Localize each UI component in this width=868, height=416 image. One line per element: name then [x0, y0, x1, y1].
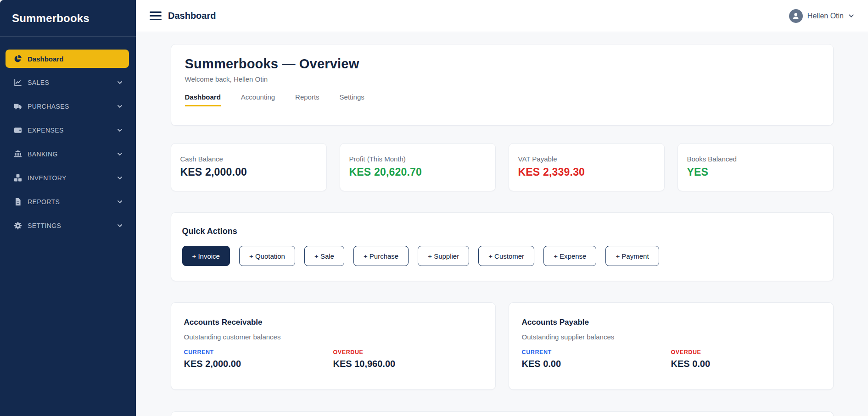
- accounts-receivable-card: Accounts Receivable Outstanding customer…: [171, 302, 496, 390]
- chevron-down-icon: [117, 223, 123, 228]
- current-value: KES 0.00: [522, 359, 671, 369]
- current-label: CURRENT: [522, 349, 671, 355]
- accounts-payable-title: Accounts Payable: [522, 318, 820, 327]
- kpi-label: Cash Balance: [180, 155, 317, 163]
- page-subtitle: Welcome back, Hellen Otin: [185, 75, 819, 83]
- quick-actions-card: Quick Actions + Invoice + Quotation + Sa…: [171, 212, 834, 281]
- overdue-value: KES 10,960.00: [333, 359, 482, 369]
- kpi-card-profit: Profit (This Month) KES 20,620.70: [340, 143, 496, 191]
- sidebar-item-purchases[interactable]: PURCHASES: [6, 97, 129, 116]
- sidebar-item-expenses[interactable]: EXPENSES: [6, 121, 129, 139]
- main-content: Summerbooks — Overview Welcome back, Hel…: [136, 32, 868, 416]
- sidebar-item-label: INVENTORY: [28, 174, 117, 182]
- topbar: Dashboard Hellen Otin: [136, 0, 868, 32]
- payable-overdue: OVERDUE KES 0.00: [671, 349, 820, 369]
- sidebar-item-label: EXPENSES: [28, 127, 117, 134]
- sidebar-item-label: PURCHASES: [28, 103, 117, 110]
- sidebar-item-label: REPORTS: [28, 198, 117, 205]
- overdue-label: OVERDUE: [671, 349, 820, 355]
- chart-line-icon: [14, 78, 22, 87]
- kpi-card-books-balanced: Books Balanced YES: [678, 143, 834, 191]
- sidebar-item-sales[interactable]: SALES: [6, 73, 129, 92]
- app-logo: Summerbooks: [12, 12, 90, 25]
- chevron-down-icon: [848, 13, 854, 19]
- chevron-down-icon: [117, 175, 123, 181]
- kpi-value: KES 2,000.00: [180, 166, 317, 178]
- kpi-label: VAT Payable: [518, 155, 655, 163]
- accounts-payable-subtitle: Outstanding supplier balances: [522, 333, 820, 341]
- chevron-down-icon: [117, 151, 123, 157]
- user-menu[interactable]: Hellen Otin: [789, 9, 854, 23]
- truck-icon: [14, 102, 22, 111]
- current-label: CURRENT: [184, 349, 333, 355]
- accounts-row: Accounts Receivable Outstanding customer…: [171, 302, 834, 390]
- file-icon: [14, 198, 22, 206]
- overview-header-card: Summerbooks — Overview Welcome back, Hel…: [171, 44, 834, 126]
- overdue-value: KES 0.00: [671, 359, 820, 369]
- kpi-card-vat-payable: VAT Payable KES 2,339.30: [509, 143, 665, 191]
- kpi-label: Books Balanced: [687, 155, 824, 163]
- new-supplier-button[interactable]: + Supplier: [418, 246, 469, 266]
- overdue-label: OVERDUE: [333, 349, 482, 355]
- page-title: Summerbooks — Overview: [185, 56, 819, 72]
- new-expense-button[interactable]: + Expense: [543, 246, 596, 266]
- sidebar: Summerbooks Dashboard SALES PURCHASES: [0, 0, 136, 416]
- chevron-down-icon: [117, 128, 123, 133]
- new-purchase-button[interactable]: + Purchase: [353, 246, 409, 266]
- kpi-value: YES: [687, 166, 824, 178]
- hamburger-menu-icon[interactable]: [150, 11, 162, 20]
- chevron-down-icon: [117, 199, 123, 205]
- kpi-label: Profit (This Month): [349, 155, 486, 163]
- tab-bar: Dashboard Accounting Reports Settings: [185, 93, 819, 106]
- sidebar-item-label: SALES: [28, 79, 117, 86]
- new-quotation-button[interactable]: + Quotation: [239, 246, 295, 266]
- pie-chart-icon: [14, 55, 22, 63]
- tab-settings[interactable]: Settings: [340, 93, 364, 106]
- sidebar-item-label: SETTINGS: [28, 222, 117, 229]
- sidebar-item-reports[interactable]: REPORTS: [6, 193, 129, 211]
- wallet-icon: [14, 126, 22, 134]
- quick-actions-buttons: + Invoice + Quotation + Sale + Purchase …: [182, 246, 822, 266]
- tab-accounting[interactable]: Accounting: [241, 93, 275, 106]
- chevron-down-icon: [117, 104, 123, 109]
- accounts-receivable-subtitle: Outstanding customer balances: [184, 333, 482, 341]
- kpi-row: Cash Balance KES 2,000.00 Profit (This M…: [171, 143, 834, 191]
- app-logo-wrap: Summerbooks: [0, 0, 136, 37]
- topbar-title: Dashboard: [168, 11, 216, 21]
- sidebar-item-label: Dashboard: [28, 55, 123, 63]
- sidebar-item-label: BANKING: [28, 150, 117, 158]
- gear-icon: [14, 222, 22, 230]
- avatar: [789, 9, 803, 23]
- sidebar-item-inventory[interactable]: INVENTORY: [6, 169, 129, 187]
- sidebar-item-dashboard[interactable]: Dashboard: [6, 50, 129, 68]
- chevron-down-icon: [117, 80, 123, 85]
- sidebar-nav: Dashboard SALES PURCHASES EXPENSES: [0, 37, 136, 235]
- kpi-value: KES 2,339.30: [518, 166, 655, 178]
- tab-dashboard[interactable]: Dashboard: [185, 93, 221, 106]
- quick-actions-title: Quick Actions: [182, 227, 822, 236]
- kpi-card-cash-balance: Cash Balance KES 2,000.00: [171, 143, 327, 191]
- receivable-overdue: OVERDUE KES 10,960.00: [333, 349, 482, 369]
- sidebar-item-settings[interactable]: SETTINGS: [6, 216, 129, 235]
- kpi-value: KES 20,620.70: [349, 166, 486, 178]
- receivable-current: CURRENT KES 2,000.00: [184, 349, 333, 369]
- payable-current: CURRENT KES 0.00: [522, 349, 671, 369]
- bank-icon: [14, 150, 22, 158]
- accounts-payable-card: Accounts Payable Outstanding supplier ba…: [509, 302, 834, 390]
- tab-reports[interactable]: Reports: [295, 93, 319, 106]
- boxes-icon: [14, 174, 22, 182]
- user-name: Hellen Otin: [807, 12, 844, 20]
- new-sale-button[interactable]: + Sale: [304, 246, 344, 266]
- current-value: KES 2,000.00: [184, 359, 333, 369]
- new-payment-button[interactable]: + Payment: [605, 246, 659, 266]
- new-customer-button[interactable]: + Customer: [478, 246, 534, 266]
- accounts-receivable-title: Accounts Receivable: [184, 318, 482, 327]
- sidebar-item-banking[interactable]: BANKING: [6, 145, 129, 163]
- bottom-card-partial: [171, 411, 834, 416]
- new-invoice-button[interactable]: + Invoice: [182, 246, 230, 266]
